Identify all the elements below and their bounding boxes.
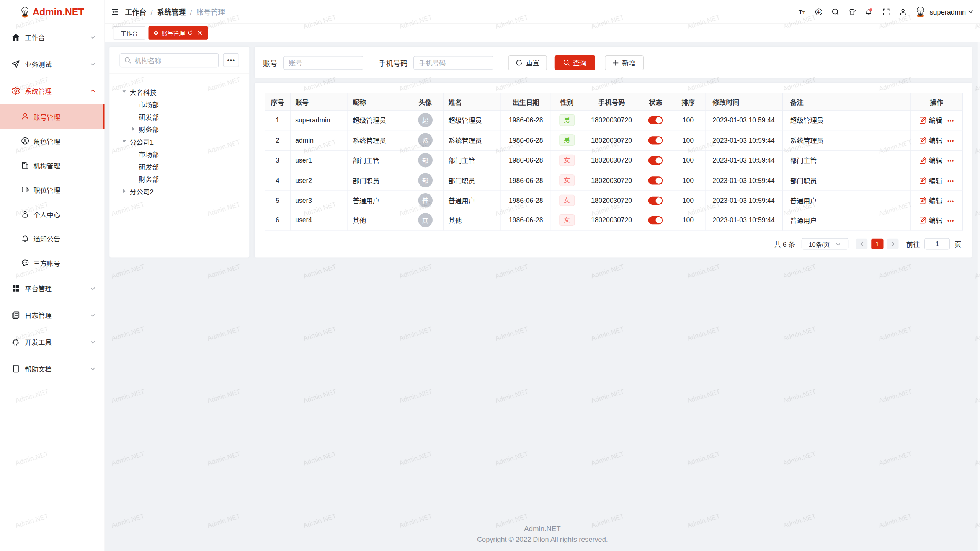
- svg-text:中: 中: [817, 9, 821, 14]
- svg-text:T: T: [799, 9, 802, 15]
- svg-text:T: T: [802, 10, 805, 15]
